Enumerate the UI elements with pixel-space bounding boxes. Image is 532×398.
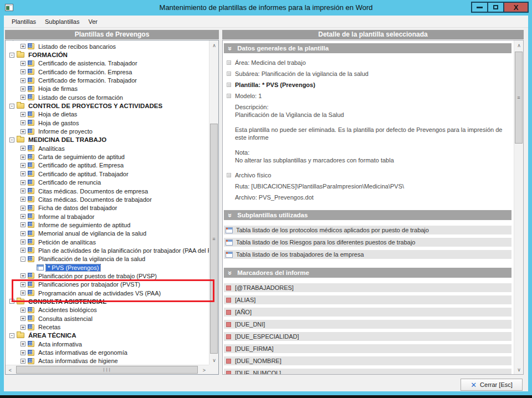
expand-plus-icon[interactable]: + (21, 86, 25, 91)
tree-row[interactable]: +Consulta asistencial (6, 314, 209, 323)
expand-plus-icon[interactable]: + (21, 359, 25, 364)
subtemplate-row[interactable]: Tabla listado de los trabajadores de la … (224, 250, 511, 259)
tree-row[interactable]: -FORMACIÓN (6, 50, 209, 59)
expand-plus-icon[interactable]: + (21, 231, 25, 236)
expand-plus-icon[interactable]: + (21, 239, 25, 244)
tree-row[interactable]: +Hoja de dietas (6, 110, 209, 119)
tree-row[interactable]: +Hoja de firmas (6, 85, 209, 93)
collapse-minus-icon[interactable]: - (9, 299, 14, 304)
marker-row[interactable]: [DUE_FIRMA] (224, 344, 511, 353)
tree-row[interactable]: +Actas informativas de higiene (6, 357, 209, 365)
marker-row[interactable]: [@TRABAJADORES] (224, 283, 511, 292)
expand-plus-icon[interactable]: + (21, 171, 25, 176)
expand-plus-icon[interactable]: + (21, 95, 25, 100)
maximize-button[interactable] (487, 2, 504, 13)
expand-plus-icon[interactable]: + (21, 282, 25, 287)
tree-row[interactable]: +Accidentes biológicos (6, 306, 209, 314)
collapse-minus-icon[interactable]: - (9, 333, 14, 338)
scroll-down-icon[interactable]: ∨ (514, 365, 524, 374)
marker-row[interactable]: [DUE_NOMBRE] (224, 356, 511, 365)
tree-row[interactable]: +Analíticas (6, 144, 209, 152)
section-header[interactable]: »Marcadores del informe (224, 268, 511, 278)
marker-row[interactable]: [ALIAS] (224, 295, 511, 304)
tree-vertical-scrollbar[interactable]: ∧ ≡ ∨ (209, 40, 218, 365)
expand-plus-icon[interactable]: + (21, 120, 25, 125)
tree-row[interactable]: * PVS (Prevengos) (6, 263, 209, 272)
tree-row[interactable]: +Certificado de formación. Empresa (6, 68, 209, 76)
tree-row[interactable]: -Planificación de la vigilancia de la sa… (6, 255, 209, 263)
tree-row[interactable]: +Citas médicas. Documentos de trabajador (6, 195, 209, 203)
scroll-right-icon[interactable]: > (200, 365, 209, 375)
tree-row[interactable]: +Listado de recibos bancarios (6, 42, 209, 50)
expand-plus-icon[interactable]: + (21, 163, 25, 168)
tree-row[interactable]: +Informe de seguimiento de aptitud (6, 221, 209, 229)
tree-row[interactable]: -CONTROL DE PROYECTOS Y ACTIVIDADES (6, 101, 209, 110)
expand-plus-icon[interactable]: + (21, 316, 25, 321)
tree-row[interactable]: +Planificaciones por trabajador (PVST) (6, 280, 209, 289)
expand-plus-icon[interactable]: + (21, 273, 25, 278)
tree-row[interactable]: +Programación anual de actividades VS (P… (6, 289, 209, 297)
menu-item-plantillas[interactable]: Plantillas (7, 17, 40, 27)
tree-row[interactable]: +Plan de actividades de la planificación… (6, 246, 209, 254)
expand-plus-icon[interactable]: + (21, 222, 25, 227)
marker-row[interactable]: [AÑO] (224, 308, 511, 317)
expand-plus-icon[interactable]: + (21, 248, 25, 253)
tree-horizontal-scrollbar[interactable]: < ||| > (6, 365, 209, 374)
expand-plus-icon[interactable]: + (21, 112, 25, 117)
section-header[interactable]: »Subplantillas utilizadas (224, 210, 511, 220)
scroll-up-icon[interactable]: ∧ (209, 40, 219, 50)
marker-row[interactable]: [DUE_DNI] (224, 320, 511, 329)
tree-row[interactable]: +Certificado de renuncia (6, 178, 209, 187)
tree-vscroll-thumb[interactable]: ≡ (210, 124, 218, 354)
scroll-up-icon[interactable]: ∧ (514, 40, 524, 50)
tree-row[interactable]: +Certificado de formación. Trabajador (6, 76, 209, 84)
tree-row[interactable]: +Informe de proyecto (6, 127, 209, 135)
tree-row[interactable]: -ÁREA TÉCNICA (6, 331, 209, 340)
tree-row[interactable]: +Citas médicas. Documentos de empresa (6, 187, 209, 195)
tree-row[interactable]: +Actas informativas de ergonomía (6, 348, 209, 356)
detail-vscroll-thumb[interactable]: ≡ (515, 52, 523, 144)
subtemplate-row[interactable]: Tabla listado de los Riesgos para los di… (224, 238, 511, 247)
collapse-minus-icon[interactable]: - (21, 257, 25, 262)
expand-plus-icon[interactable]: + (21, 341, 25, 346)
expand-plus-icon[interactable]: + (21, 155, 25, 160)
close-button[interactable]: X (503, 2, 529, 13)
marker-row[interactable]: [DUE_NUMCOL] (224, 369, 511, 374)
detail-vertical-scrollbar[interactable]: ∧ ≡ ∨ (514, 40, 523, 374)
expand-plus-icon[interactable]: + (21, 180, 25, 185)
expand-plus-icon[interactable]: + (21, 129, 25, 134)
expand-plus-icon[interactable]: + (21, 308, 25, 313)
tree-row[interactable]: +Acta informativa (6, 340, 209, 348)
expand-plus-icon[interactable]: + (21, 78, 25, 83)
tree-row[interactable]: +Carta de seguimiento de aptitud (6, 152, 209, 161)
expand-plus-icon[interactable]: + (21, 197, 25, 202)
expand-plus-icon[interactable]: + (21, 61, 25, 66)
tree-row[interactable]: +Certificado de aptitud. Trabajador (6, 170, 209, 178)
collapse-minus-icon[interactable]: - (9, 53, 14, 58)
section-header[interactable]: »Datos generales de la plantilla (224, 43, 511, 53)
cerrar-button[interactable]: ✕ Cerrar [Esc] (461, 379, 523, 391)
expand-plus-icon[interactable]: + (21, 188, 25, 193)
collapse-minus-icon[interactable]: - (9, 104, 14, 109)
tree-row[interactable]: +Recetas (6, 323, 209, 331)
tree-hscroll-thumb[interactable]: ||| (16, 366, 198, 374)
tree-row[interactable]: +Certificado de asistencia. Trabajador (6, 59, 209, 68)
collapse-minus-icon[interactable]: - (9, 137, 14, 142)
menu-item-ver[interactable]: Ver (84, 17, 102, 27)
expand-plus-icon[interactable]: + (21, 214, 25, 219)
minimize-button[interactable] (471, 2, 488, 13)
tree-row[interactable]: -CONSULTA ASISTENCIAL (6, 297, 209, 305)
expand-plus-icon[interactable]: + (21, 206, 25, 211)
scroll-down-icon[interactable]: ∨ (209, 355, 219, 365)
expand-plus-icon[interactable]: + (21, 44, 25, 49)
marker-row[interactable]: [DUE_ESPECIALIDAD] (224, 332, 511, 341)
tree-row[interactable]: +Certificado de aptitud. Empresa (6, 161, 209, 170)
tree-row[interactable]: +Planificación por puestos de trabajo (P… (6, 272, 209, 280)
tree-row[interactable]: -MEDICINA DEL TRABAJO (6, 136, 209, 144)
expand-plus-icon[interactable]: + (21, 290, 25, 295)
expand-plus-icon[interactable]: + (21, 146, 25, 151)
tree-row[interactable]: +Hoja de gastos (6, 119, 209, 127)
scroll-left-icon[interactable]: < (6, 365, 15, 375)
expand-plus-icon[interactable]: + (21, 350, 25, 355)
tree-row[interactable]: +Memorial anual de vigilancia de la salu… (6, 229, 209, 238)
